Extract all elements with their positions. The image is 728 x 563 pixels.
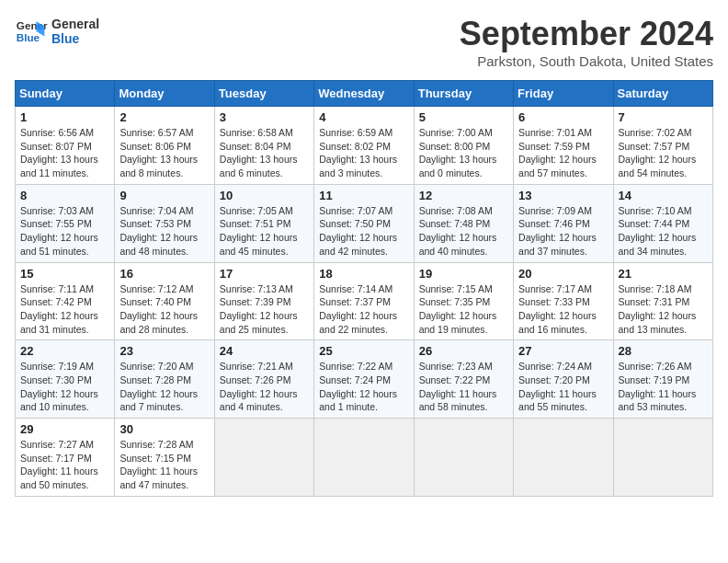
day-number: 21 [619, 267, 708, 281]
day-number: 1 [20, 110, 109, 124]
day-info: Sunrise: 7:00 AMSunset: 8:00 PMDaylight:… [419, 126, 508, 180]
day-number: 30 [119, 422, 209, 436]
day-info: Sunrise: 7:15 AMSunset: 7:35 PMDaylight:… [419, 282, 508, 337]
week-row-4: 29Sunrise: 7:27 AMSunset: 7:17 PMDayligh… [16, 419, 713, 497]
day-info: Sunrise: 7:14 AMSunset: 7:37 PMDaylight:… [319, 282, 408, 337]
day-number: 19 [419, 267, 508, 281]
day-info: Sunrise: 7:12 AMSunset: 7:40 PMDaylight:… [119, 282, 209, 337]
day-cell: 14Sunrise: 7:10 AMSunset: 7:44 PMDayligh… [613, 184, 712, 262]
day-number: 27 [518, 344, 608, 358]
logo-line1: General [51, 17, 99, 31]
day-number: 28 [619, 344, 708, 358]
svg-text:Blue: Blue [17, 31, 40, 43]
day-cell: 9Sunrise: 7:04 AMSunset: 7:53 PMDaylight… [115, 184, 214, 262]
day-info: Sunrise: 7:05 AMSunset: 7:51 PMDaylight:… [220, 204, 309, 259]
day-cell: 6Sunrise: 7:01 AMSunset: 7:59 PMDaylight… [514, 107, 613, 185]
calendar-table: SundayMondayTuesdayWednesdayThursdayFrid… [15, 80, 713, 497]
day-info: Sunrise: 6:56 AMSunset: 8:07 PMDaylight:… [20, 126, 109, 180]
day-info: Sunrise: 7:11 AMSunset: 7:42 PMDaylight:… [20, 282, 109, 337]
day-cell: 20Sunrise: 7:17 AMSunset: 7:33 PMDayligh… [514, 262, 613, 340]
weekday-thursday: Thursday [414, 81, 513, 107]
weekday-saturday: Saturday [613, 81, 712, 107]
day-cell: 13Sunrise: 7:09 AMSunset: 7:46 PMDayligh… [514, 184, 613, 262]
weekday-tuesday: Tuesday [214, 81, 313, 107]
day-number: 20 [518, 267, 608, 281]
title-block: September 2024 Parkston, South Dakota, U… [460, 15, 713, 69]
day-number: 2 [119, 110, 209, 124]
week-row-0: 1Sunrise: 6:56 AMSunset: 8:07 PMDaylight… [16, 107, 713, 185]
day-info: Sunrise: 7:13 AMSunset: 7:39 PMDaylight:… [220, 282, 309, 337]
day-info: Sunrise: 7:21 AMSunset: 7:26 PMDaylight:… [220, 360, 309, 414]
day-cell: 18Sunrise: 7:14 AMSunset: 7:37 PMDayligh… [314, 262, 414, 340]
day-number: 9 [119, 189, 209, 202]
weekday-friday: Friday [514, 81, 613, 107]
day-cell [414, 419, 513, 497]
weekday-sunday: Sunday [16, 81, 115, 107]
day-cell: 10Sunrise: 7:05 AMSunset: 7:51 PMDayligh… [214, 184, 313, 262]
week-row-3: 22Sunrise: 7:19 AMSunset: 7:30 PMDayligh… [16, 340, 713, 419]
day-number: 24 [220, 344, 309, 358]
day-cell: 22Sunrise: 7:19 AMSunset: 7:30 PMDayligh… [16, 340, 115, 419]
day-cell: 28Sunrise: 7:26 AMSunset: 7:19 PMDayligh… [613, 340, 712, 419]
day-number: 3 [220, 110, 309, 124]
header: General Blue General Blue September 2024… [15, 15, 713, 69]
day-cell: 17Sunrise: 7:13 AMSunset: 7:39 PMDayligh… [214, 262, 313, 340]
day-cell: 29Sunrise: 7:27 AMSunset: 7:17 PMDayligh… [16, 419, 115, 497]
day-cell: 16Sunrise: 7:12 AMSunset: 7:40 PMDayligh… [115, 262, 214, 340]
day-number: 7 [619, 110, 708, 124]
week-row-2: 15Sunrise: 7:11 AMSunset: 7:42 PMDayligh… [16, 262, 713, 340]
day-info: Sunrise: 6:57 AMSunset: 8:06 PMDaylight:… [119, 126, 209, 180]
day-cell: 5Sunrise: 7:00 AMSunset: 8:00 PMDaylight… [414, 107, 513, 185]
day-info: Sunrise: 7:10 AMSunset: 7:44 PMDaylight:… [619, 204, 708, 259]
day-info: Sunrise: 7:01 AMSunset: 7:59 PMDaylight:… [518, 126, 608, 180]
day-number: 26 [419, 344, 508, 358]
location: Parkston, South Dakota, United States [460, 53, 713, 69]
day-info: Sunrise: 7:26 AMSunset: 7:19 PMDaylight:… [619, 360, 708, 414]
day-number: 4 [319, 110, 408, 124]
day-cell [613, 419, 712, 497]
day-info: Sunrise: 7:04 AMSunset: 7:53 PMDaylight:… [119, 204, 209, 259]
logo: General Blue General Blue [15, 15, 99, 48]
day-number: 22 [20, 344, 109, 358]
day-info: Sunrise: 7:22 AMSunset: 7:24 PMDaylight:… [319, 360, 408, 414]
day-cell: 7Sunrise: 7:02 AMSunset: 7:57 PMDaylight… [613, 107, 712, 185]
day-cell: 19Sunrise: 7:15 AMSunset: 7:35 PMDayligh… [414, 262, 513, 340]
day-cell: 27Sunrise: 7:24 AMSunset: 7:20 PMDayligh… [514, 340, 613, 419]
day-info: Sunrise: 7:20 AMSunset: 7:28 PMDaylight:… [119, 360, 209, 414]
day-cell: 25Sunrise: 7:22 AMSunset: 7:24 PMDayligh… [314, 340, 414, 419]
day-number: 23 [119, 344, 209, 358]
day-info: Sunrise: 7:17 AMSunset: 7:33 PMDaylight:… [518, 282, 608, 337]
day-info: Sunrise: 7:27 AMSunset: 7:17 PMDaylight:… [20, 438, 109, 492]
day-info: Sunrise: 6:58 AMSunset: 8:04 PMDaylight:… [220, 126, 309, 180]
weekday-header: SundayMondayTuesdayWednesdayThursdayFrid… [16, 81, 713, 107]
day-number: 13 [518, 189, 608, 202]
weekday-wednesday: Wednesday [314, 81, 414, 107]
day-cell: 3Sunrise: 6:58 AMSunset: 8:04 PMDaylight… [214, 107, 313, 185]
day-number: 29 [20, 422, 109, 436]
day-info: Sunrise: 7:23 AMSunset: 7:22 PMDaylight:… [419, 360, 508, 414]
day-number: 8 [20, 189, 109, 202]
day-cell: 4Sunrise: 6:59 AMSunset: 8:02 PMDaylight… [314, 107, 414, 185]
day-number: 10 [220, 189, 309, 202]
day-cell: 23Sunrise: 7:20 AMSunset: 7:28 PMDayligh… [115, 340, 214, 419]
day-info: Sunrise: 7:18 AMSunset: 7:31 PMDaylight:… [619, 282, 708, 337]
day-info: Sunrise: 6:59 AMSunset: 8:02 PMDaylight:… [319, 126, 408, 180]
day-cell: 12Sunrise: 7:08 AMSunset: 7:48 PMDayligh… [414, 184, 513, 262]
weekday-monday: Monday [115, 81, 214, 107]
day-cell: 24Sunrise: 7:21 AMSunset: 7:26 PMDayligh… [214, 340, 313, 419]
day-cell: 1Sunrise: 6:56 AMSunset: 8:07 PMDaylight… [16, 107, 115, 185]
day-cell: 15Sunrise: 7:11 AMSunset: 7:42 PMDayligh… [16, 262, 115, 340]
day-cell: 2Sunrise: 6:57 AMSunset: 8:06 PMDaylight… [115, 107, 214, 185]
day-info: Sunrise: 7:07 AMSunset: 7:50 PMDaylight:… [319, 204, 408, 259]
day-number: 17 [220, 267, 309, 281]
day-cell: 8Sunrise: 7:03 AMSunset: 7:55 PMDaylight… [16, 184, 115, 262]
day-info: Sunrise: 7:24 AMSunset: 7:20 PMDaylight:… [518, 360, 608, 414]
week-row-1: 8Sunrise: 7:03 AMSunset: 7:55 PMDaylight… [16, 184, 713, 262]
day-info: Sunrise: 7:02 AMSunset: 7:57 PMDaylight:… [619, 126, 708, 180]
day-cell: 21Sunrise: 7:18 AMSunset: 7:31 PMDayligh… [613, 262, 712, 340]
day-info: Sunrise: 7:03 AMSunset: 7:55 PMDaylight:… [20, 204, 109, 259]
day-number: 5 [419, 110, 508, 124]
day-cell [314, 419, 414, 497]
day-number: 15 [20, 267, 109, 281]
day-info: Sunrise: 7:28 AMSunset: 7:15 PMDaylight:… [119, 438, 209, 492]
